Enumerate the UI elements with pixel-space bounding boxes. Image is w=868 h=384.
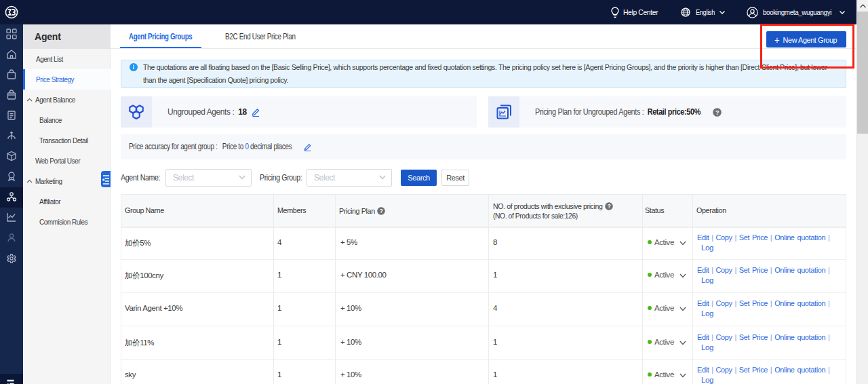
svg-text:?: ? xyxy=(608,203,611,210)
svg-text:?: ? xyxy=(380,208,383,214)
svg-text:?: ? xyxy=(715,109,719,116)
